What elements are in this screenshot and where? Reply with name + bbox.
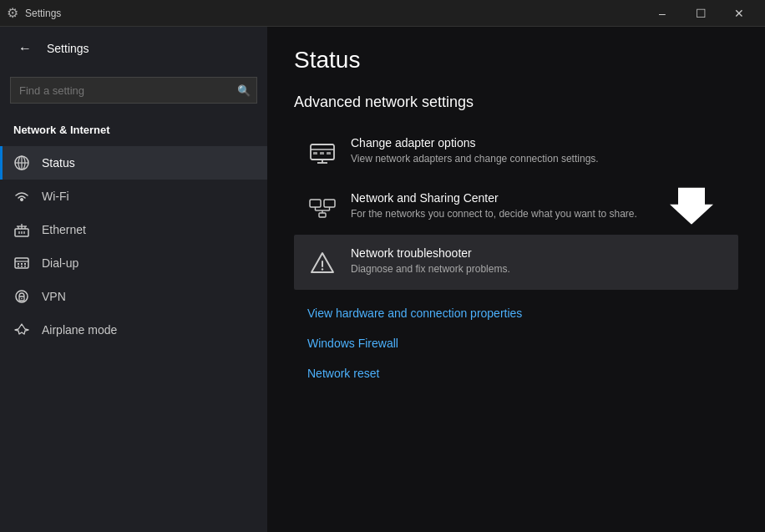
sidebar-section-label: Network & Internet [0, 117, 267, 143]
svg-rect-28 [313, 152, 317, 155]
sidebar-item-airplane-label: Airplane mode [42, 323, 117, 337]
network-sharing-desc: For the networks you connect to, decide … [351, 207, 637, 221]
svg-rect-17 [24, 263, 26, 265]
vpn-icon [13, 288, 30, 305]
sidebar-item-vpn[interactable]: VPN [0, 280, 267, 313]
minimize-button[interactable]: – [643, 0, 681, 27]
sharing-icon [307, 193, 337, 223]
network-sharing-text: Network and Sharing Center For the netwo… [351, 191, 637, 221]
title-bar: ⚙ Settings – ☐ ✕ [0, 0, 765, 27]
search-input[interactable] [10, 77, 257, 104]
svg-point-23 [21, 298, 23, 300]
svg-rect-32 [324, 200, 335, 207]
sidebar-item-ethernet-label: Ethernet [42, 223, 86, 236]
settings-item-change-adapter[interactable]: Change adapter options View network adap… [294, 124, 738, 180]
airplane-icon [13, 322, 30, 338]
sidebar: ← Settings 🔍 Network & Internet Status [0, 27, 267, 532]
sidebar-item-dialup-label: Dial-up [42, 256, 79, 270]
section-heading: Advanced network settings [294, 94, 738, 111]
network-sharing-title: Network and Sharing Center [351, 191, 637, 205]
troubleshooter-title: Network troubleshooter [351, 246, 510, 260]
close-button[interactable]: ✕ [720, 0, 758, 27]
globe-icon [13, 155, 30, 171]
troubleshooter-icon [307, 248, 337, 278]
sidebar-item-wifi[interactable]: Wi-Fi [0, 180, 267, 213]
search-icon: 🔍 [237, 84, 251, 97]
ethernet-icon [13, 221, 30, 238]
sidebar-item-dialup[interactable]: Dial-up [0, 246, 267, 280]
maximize-button[interactable]: ☐ [681, 0, 720, 27]
page-title: Status [294, 47, 738, 73]
search-box[interactable]: 🔍 [10, 77, 257, 104]
title-bar-controls: – ☐ ✕ [643, 0, 758, 27]
troubleshooter-desc: Diagnose and fix network problems. [351, 262, 510, 276]
settings-gear-icon: ⚙ [7, 5, 18, 21]
title-bar-title: Settings [25, 8, 61, 19]
change-adapter-text: Change adapter options View network adap… [351, 136, 599, 166]
svg-rect-30 [327, 152, 331, 155]
network-sharing-wrap: Network and Sharing Center For the netwo… [294, 180, 738, 235]
sidebar-header: ← Settings [0, 27, 267, 70]
change-adapter-title: Change adapter options [351, 136, 599, 149]
title-bar-left: ⚙ Settings [7, 5, 643, 21]
main-layout: ← Settings 🔍 Network & Internet Status [0, 27, 765, 532]
sidebar-item-ethernet[interactable]: Ethernet [0, 213, 267, 246]
troubleshooter-text: Network troubleshooter Diagnose and fix … [351, 246, 510, 276]
svg-rect-15 [18, 263, 19, 265]
network-reset-link[interactable]: Network reset [294, 360, 738, 387]
settings-item-network-sharing[interactable]: Network and Sharing Center For the netwo… [294, 180, 738, 235]
settings-item-troubleshooter[interactable]: Network troubleshooter Diagnose and fix … [294, 235, 738, 290]
dialup-icon [13, 255, 30, 271]
sidebar-item-vpn-label: VPN [42, 290, 66, 303]
sidebar-title: Settings [47, 42, 89, 55]
svg-rect-20 [24, 266, 26, 267]
change-adapter-desc: View network adapters and change connect… [351, 152, 599, 166]
hardware-props-link[interactable]: View hardware and connection properties [294, 300, 738, 327]
svg-rect-29 [320, 152, 324, 155]
svg-point-41 [322, 268, 323, 270]
svg-rect-31 [310, 200, 321, 207]
back-button[interactable]: ← [13, 37, 37, 60]
sidebar-item-status-label: Status [42, 156, 75, 170]
svg-rect-16 [21, 263, 23, 265]
wifi-icon [13, 188, 30, 205]
content-area: Status Advanced network settings Change … [267, 27, 765, 532]
svg-rect-18 [18, 266, 19, 267]
sidebar-item-wifi-label: Wi-Fi [42, 190, 69, 203]
svg-rect-37 [319, 213, 326, 217]
svg-rect-19 [21, 266, 23, 267]
sidebar-item-status[interactable]: Status [0, 146, 267, 180]
windows-firewall-link[interactable]: Windows Firewall [294, 330, 738, 357]
adapter-icon [307, 138, 337, 168]
sidebar-item-airplane[interactable]: Airplane mode [0, 313, 267, 347]
